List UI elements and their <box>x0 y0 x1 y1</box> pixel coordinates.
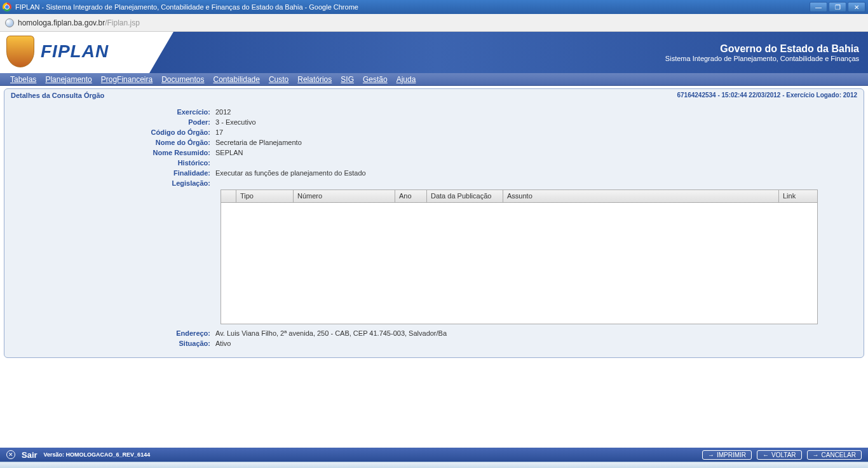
grid-header-link[interactable]: Link <box>779 190 817 202</box>
menu-gestao[interactable]: Gestão <box>363 75 388 84</box>
grid-header-tipo[interactable]: Tipo <box>236 190 294 202</box>
url-display[interactable]: homologa.fiplan.ba.gov.br/Fiplan.jsp <box>18 18 140 27</box>
label-exercicio: Exercício: <box>4 108 214 116</box>
page-title: Detalhes da Consulta Órgão <box>11 92 104 99</box>
label-situacao: Situação: <box>4 340 214 347</box>
menu-relatorios[interactable]: Relatórios <box>297 75 332 84</box>
label-resumido: Nome Resumido: <box>4 149 214 156</box>
value-poder: 3 - Executivo <box>214 118 256 126</box>
print-label: IMPRIMIR <box>717 451 746 458</box>
chrome-icon <box>3 3 11 11</box>
value-resumido: SEPLAN <box>214 149 243 156</box>
label-finalidade: Finalidade: <box>4 169 214 177</box>
grid-header-numero[interactable]: Número <box>294 190 395 202</box>
menu-planejamento[interactable]: Planejamento <box>45 75 92 84</box>
grid-header-assunto[interactable]: Assunto <box>503 190 779 202</box>
app-banner: FIPLAN Governo do Estado da Bahia Sistem… <box>0 32 868 73</box>
menu-sig[interactable]: SIG <box>341 75 354 84</box>
menu-custo[interactable]: Custo <box>269 75 288 84</box>
arrow-right-icon <box>813 451 819 458</box>
value-finalidade: Executar as funções de planejamento do E… <box>214 169 366 177</box>
menu-ajuda[interactable]: Ajuda <box>397 75 416 84</box>
value-codigo: 17 <box>214 128 223 136</box>
close-icon[interactable]: ✕ <box>6 450 15 459</box>
grid-header-ano[interactable]: Ano <box>395 190 427 202</box>
content-panel: Detalhes da Consulta Órgão 67164242534 -… <box>4 88 864 358</box>
value-situacao: Ativo <box>214 340 231 347</box>
label-endereco: Endereço: <box>4 329 214 337</box>
print-button[interactable]: IMPRIMIR <box>702 450 752 460</box>
grid-body[interactable] <box>221 203 817 324</box>
grid-header-select <box>221 190 236 202</box>
version-label: Versão: HOMOLOGACAO_6_REV_6144 <box>44 451 151 458</box>
label-legislacao: Legislação: <box>4 179 214 187</box>
url-path: /Fiplan.jsp <box>105 18 140 27</box>
back-label: VOLTAR <box>771 451 796 458</box>
label-codigo: Código do Órgão: <box>4 128 214 136</box>
logout-button[interactable]: Sair <box>22 450 37 460</box>
arrow-right-icon <box>708 451 714 458</box>
cancel-label: CANCELAR <box>822 451 856 458</box>
browser-titlebar: FIPLAN - Sistema Integrado de Planejamen… <box>0 0 868 14</box>
banner-title: Governo do Estado da Bahia <box>720 43 859 55</box>
menu-progfinanceira[interactable]: ProgFinanceira <box>101 75 153 84</box>
coat-of-arms-icon <box>6 36 34 67</box>
windows-taskbar <box>0 462 868 468</box>
main-menu: Tabelas Planejamento ProgFinanceira Docu… <box>0 73 868 86</box>
value-nome: Secretaria de Planejamento <box>214 139 302 146</box>
app-logo-text: FIPLAN <box>41 41 109 62</box>
value-endereco: Av. Luis Viana Filho, 2ª avenida, 250 - … <box>214 329 447 337</box>
maximize-button[interactable]: ❐ <box>829 2 846 12</box>
url-host: homologa.fiplan.ba.gov.br <box>18 18 105 27</box>
menu-documentos[interactable]: Documentos <box>161 75 204 84</box>
label-historico: Histórico: <box>4 159 214 167</box>
grid-header-data[interactable]: Data da Publicação <box>427 190 503 202</box>
session-status: 67164242534 - 15:02:44 22/03/2012 - Exer… <box>677 92 857 99</box>
value-exercicio: 2012 <box>214 108 231 116</box>
banner-subtitle: Sistema Integrado de Planejamento, Conta… <box>665 55 859 62</box>
details-form: Exercício:2012 Poder:3 - Executivo Códig… <box>4 103 864 348</box>
label-nome: Nome do Órgão: <box>4 139 214 146</box>
address-bar: homologa.fiplan.ba.gov.br/Fiplan.jsp <box>0 14 868 32</box>
label-poder: Poder: <box>4 118 214 126</box>
legislacao-grid: Tipo Número Ano Data da Publicação Assun… <box>220 189 818 324</box>
minimize-button[interactable]: — <box>810 2 827 12</box>
globe-icon <box>5 18 14 27</box>
footer-bar: ✕ Sair Versão: HOMOLOGACAO_6_REV_6144 IM… <box>0 448 868 462</box>
cancel-button[interactable]: CANCELAR <box>807 450 862 460</box>
grid-header-row: Tipo Número Ano Data da Publicação Assun… <box>221 190 817 203</box>
back-button[interactable]: VOLTAR <box>757 450 802 460</box>
close-window-button[interactable]: ✕ <box>848 2 865 12</box>
arrow-left-icon <box>763 451 769 458</box>
menu-tabelas[interactable]: Tabelas <box>10 75 36 84</box>
menu-contabilidade[interactable]: Contabilidade <box>214 75 260 84</box>
window-title: FIPLAN - Sistema Integrado de Planejamen… <box>15 3 358 11</box>
